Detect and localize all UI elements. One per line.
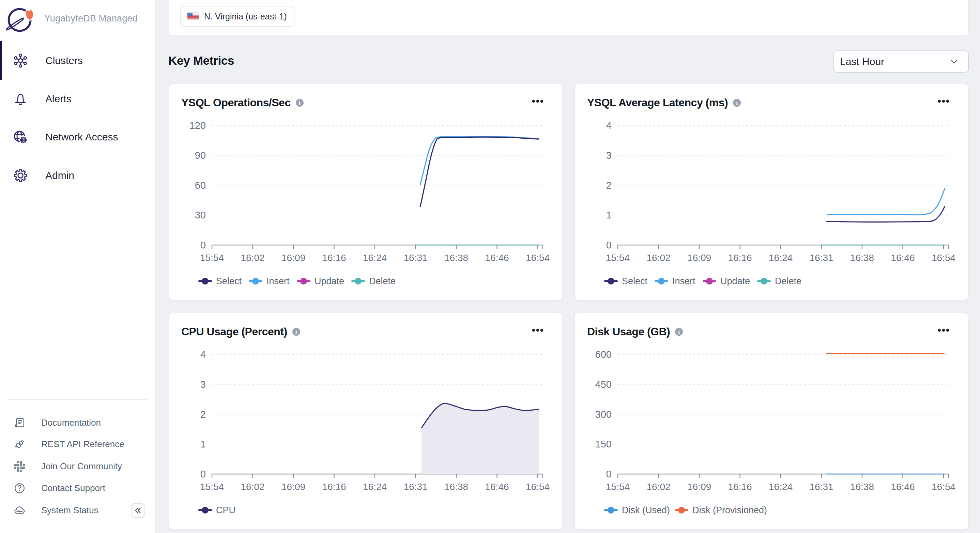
svg-text:16:24: 16:24: [363, 253, 387, 263]
svg-text:4: 4: [606, 120, 612, 131]
svg-text:15:54: 15:54: [606, 253, 630, 263]
svg-text:120: 120: [189, 120, 206, 131]
svg-text:Select: Select: [622, 276, 648, 286]
svg-text:16:46: 16:46: [485, 253, 509, 263]
svg-text:16:38: 16:38: [444, 482, 468, 492]
svg-text:16:54: 16:54: [932, 482, 956, 492]
svg-text:1: 1: [200, 439, 206, 450]
svg-text:16:54: 16:54: [932, 253, 956, 263]
svg-text:16:09: 16:09: [282, 253, 305, 263]
svg-text:300: 300: [595, 409, 612, 420]
svg-text:16:38: 16:38: [850, 253, 874, 263]
svg-text:Delete: Delete: [775, 276, 802, 286]
svg-text:Delete: Delete: [369, 276, 396, 286]
svg-text:16:31: 16:31: [809, 482, 833, 492]
svg-text:16:16: 16:16: [728, 482, 752, 492]
svg-text:Update: Update: [720, 276, 750, 286]
svg-text:Update: Update: [315, 276, 344, 286]
svg-text:16:16: 16:16: [322, 482, 346, 492]
svg-text:150: 150: [595, 439, 612, 450]
svg-text:0: 0: [606, 469, 612, 479]
svg-text:90: 90: [195, 150, 206, 161]
svg-text:16:02: 16:02: [646, 482, 670, 492]
svg-text:16:38: 16:38: [444, 253, 468, 263]
svg-text:15:54: 15:54: [200, 482, 224, 492]
svg-text:16:09: 16:09: [282, 482, 305, 492]
svg-text:Disk (Provisioned): Disk (Provisioned): [692, 505, 767, 515]
svg-text:60: 60: [195, 180, 206, 191]
svg-text:30: 30: [195, 210, 206, 221]
svg-text:16:31: 16:31: [403, 253, 427, 263]
svg-text:16:24: 16:24: [769, 482, 792, 492]
svg-text:0: 0: [606, 240, 612, 250]
svg-text:16:54: 16:54: [526, 482, 550, 492]
svg-text:16:16: 16:16: [728, 253, 752, 263]
svg-text:2: 2: [606, 180, 612, 191]
svg-text:16:46: 16:46: [891, 253, 915, 263]
svg-text:Disk (Used): Disk (Used): [622, 505, 670, 515]
svg-text:16:09: 16:09: [687, 253, 711, 263]
svg-text:16:02: 16:02: [646, 253, 670, 263]
svg-text:16:24: 16:24: [769, 253, 792, 263]
svg-text:15:54: 15:54: [606, 482, 630, 492]
svg-text:3: 3: [606, 150, 612, 161]
svg-text:1: 1: [606, 210, 612, 221]
svg-text:16:31: 16:31: [403, 482, 427, 492]
svg-text:16:02: 16:02: [240, 253, 264, 263]
svg-text:Insert: Insert: [672, 276, 695, 286]
svg-text:450: 450: [595, 379, 612, 390]
svg-text:0: 0: [200, 469, 206, 479]
svg-text:4: 4: [200, 349, 206, 360]
svg-text:16:46: 16:46: [891, 482, 915, 492]
svg-text:2: 2: [200, 409, 206, 420]
svg-text:16:02: 16:02: [240, 482, 264, 492]
svg-text:16:38: 16:38: [850, 482, 874, 492]
svg-text:15:54: 15:54: [200, 253, 224, 263]
svg-text:16:24: 16:24: [363, 482, 387, 492]
svg-text:Select: Select: [216, 276, 242, 286]
svg-text:16:09: 16:09: [687, 482, 711, 492]
svg-text:CPU: CPU: [216, 505, 235, 515]
svg-text:16:31: 16:31: [809, 253, 833, 263]
svg-text:600: 600: [595, 349, 612, 360]
svg-text:16:16: 16:16: [322, 253, 346, 263]
svg-text:16:54: 16:54: [526, 253, 550, 263]
svg-text:Insert: Insert: [266, 276, 290, 286]
svg-text:0: 0: [200, 240, 206, 250]
svg-text:3: 3: [200, 379, 206, 390]
svg-text:16:46: 16:46: [485, 482, 509, 492]
